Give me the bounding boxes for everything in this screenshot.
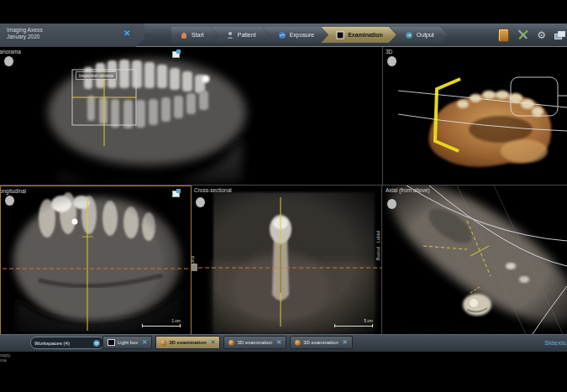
- workspace-tab-3d-examination-1[interactable]: 3D examination ✕: [155, 336, 220, 349]
- cross-sectional-viewport[interactable]: Cross-sectional Oral Labial Buccal 5 cm: [192, 186, 382, 334]
- orientation-head-icon[interactable]: [386, 56, 397, 70]
- longitudinal-viewport[interactable]: Longitudinal 1 cm: [0, 186, 192, 335]
- orientation-head-icon[interactable]: [4, 196, 15, 209]
- close-icon[interactable]: ✕: [276, 339, 281, 346]
- settings-gear-icon[interactable]: ⚙: [537, 30, 546, 40]
- workspace-tab-lightbox[interactable]: Light box ✕: [102, 336, 152, 349]
- panorama-image: [0, 47, 382, 185]
- axis-label-buccal: Buccal: [376, 247, 381, 261]
- scale-label: 5 cm: [364, 318, 373, 323]
- application-window: Imaging Axeos January 2020 ✕ Start Patie…: [0, 0, 567, 392]
- panel-title-3d: 3D: [386, 49, 392, 55]
- workspace-tab-3d-examination-2[interactable]: 3D examination ✕: [223, 336, 286, 349]
- inspection-window-label[interactable]: Inspection window: [76, 71, 117, 80]
- lightbox-icon: [108, 339, 115, 346]
- examination-workspace: Panorama Inspection window: [0, 47, 567, 334]
- session-title-line1: Imaging Axeos: [7, 27, 43, 34]
- patient-icon: [226, 31, 234, 39]
- service-tools-icon[interactable]: [517, 29, 528, 40]
- home-icon: [180, 31, 188, 39]
- workspaces-button[interactable]: Workspaces (4) ⟳: [30, 337, 104, 349]
- exposure-icon: [278, 31, 286, 39]
- workspace-tab-label: 3D examination: [303, 340, 339, 345]
- brand-line2: Sirona: [0, 358, 10, 363]
- axis-label-labial-buccal: Labial Buccal: [371, 234, 382, 256]
- tab-examination-label: Examination: [348, 32, 383, 38]
- scale-bar: 5 cm: [334, 318, 373, 327]
- titlebar-tools: ⚙: [498, 26, 564, 44]
- workspace-tab-label: Light box: [118, 340, 138, 345]
- examination-icon: [336, 31, 344, 39]
- tab-patient-label: Patient: [238, 32, 256, 38]
- workspaces-label: Workspaces (4): [34, 341, 70, 346]
- workspace-tabs: Light box ✕ 3D examination ✕ 3D examinat…: [102, 336, 353, 349]
- tab-exposure[interactable]: Exposure: [263, 27, 328, 43]
- snapshot-icon[interactable]: [172, 50, 181, 56]
- longitudinal-slice-image: [1, 186, 191, 334]
- panel-title-axial: Axial (from above): [386, 187, 430, 193]
- tab-examination[interactable]: Examination: [321, 27, 396, 43]
- session-title: Imaging Axeos January 2020: [7, 27, 43, 40]
- panel-title-longitudinal: Longitudinal: [0, 188, 26, 194]
- output-icon: [405, 31, 413, 39]
- product-name-label: Sidexis: [544, 339, 567, 347]
- axial-viewport[interactable]: Axial (from above): [383, 186, 567, 334]
- 3d-volume-render: [383, 47, 567, 185]
- 3d-viewport[interactable]: 3D: [383, 47, 567, 186]
- workflow-nav: Start Patient Exposure Examination: [171, 27, 448, 43]
- panel-title-panorama: Panorama: [0, 49, 21, 55]
- tab-start[interactable]: Start: [171, 27, 218, 43]
- exit-door-icon[interactable]: [498, 29, 509, 42]
- snapshot-icon[interactable]: [172, 189, 181, 196]
- sidexis-x-icon: ✕: [123, 29, 130, 38]
- panorama-viewport[interactable]: Panorama Inspection window: [0, 47, 383, 186]
- 3d-examination-icon: [160, 340, 166, 346]
- orientation-head-icon[interactable]: [3, 56, 14, 70]
- title-bar: Imaging Axeos January 2020 ✕ Start Patie…: [0, 24, 567, 47]
- close-icon[interactable]: ✕: [211, 339, 216, 346]
- window-layout-icon[interactable]: [554, 31, 564, 39]
- close-icon[interactable]: ✕: [142, 339, 147, 346]
- axis-label-oral: Oral: [192, 256, 195, 264]
- axial-slice-image: [383, 186, 567, 334]
- tab-start-label: Start: [192, 32, 204, 38]
- workspace-taskbar: Workspaces (4) ⟳ Light box ✕ 3D examinat…: [0, 334, 567, 352]
- workspace-tab-label: 3D examination: [169, 340, 206, 345]
- panel-title-cross-sectional: Cross-sectional: [194, 187, 232, 193]
- workspace-tab-label: 3D examination: [237, 340, 272, 345]
- scale-bar: 1 cm: [142, 318, 181, 327]
- 3d-examination-icon: [228, 340, 234, 346]
- 3d-examination-icon: [295, 340, 301, 346]
- session-title-line2: January 2020: [7, 34, 43, 40]
- orientation-head-icon[interactable]: [195, 197, 206, 211]
- workspaces-menu-icon[interactable]: ⟳: [93, 340, 100, 347]
- brand-logo-text: Dentsply Sirona: [0, 353, 10, 363]
- axis-label-labial: Labial: [376, 231, 381, 243]
- tab-patient[interactable]: Patient: [211, 27, 270, 43]
- cross-sectional-slice-image: [192, 186, 381, 334]
- close-icon[interactable]: ✕: [343, 339, 348, 346]
- tab-output[interactable]: Output: [390, 27, 448, 43]
- scale-label: 1 cm: [171, 318, 181, 323]
- orientation-head-icon[interactable]: [386, 199, 397, 212]
- workspace-tab-3d-examination-3[interactable]: 3D examination ✕: [290, 336, 353, 349]
- tab-exposure-label: Exposure: [290, 32, 315, 38]
- tab-output-label: Output: [417, 32, 434, 38]
